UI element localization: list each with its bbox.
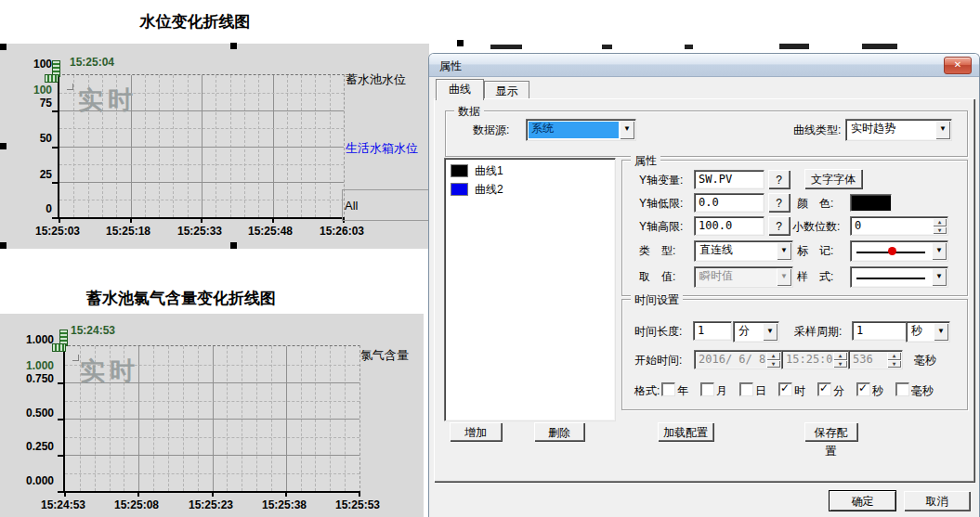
start-time-spinner: 15:25:03 ▲▼ <box>781 350 849 369</box>
chevron-down-icon[interactable]: ▼ <box>763 323 777 341</box>
y-high-help-button[interactable]: ? <box>768 216 790 235</box>
time-length-unit-combo[interactable]: 分 ▼ <box>733 321 779 343</box>
start-ms-value: 536 <box>853 353 873 366</box>
dialog-titlebar[interactable]: 属性 ✕ <box>429 54 979 77</box>
time-length-input[interactable]: 1 <box>693 321 732 341</box>
spin-down-icon[interactable]: ▼ <box>933 226 947 235</box>
format-second-checkbox[interactable] <box>856 382 870 396</box>
style-label: 样 式: <box>797 270 833 283</box>
curve-listbox[interactable]: 曲线1 曲线2 <box>444 158 616 421</box>
decimals-label: 小数位数: <box>792 220 840 233</box>
value-mode-label: 取 值: <box>639 270 675 283</box>
gridline <box>201 217 203 223</box>
gridline <box>59 200 344 200</box>
start-ms-spinner: 536 ▲▼ <box>848 350 903 369</box>
gridline <box>58 491 63 493</box>
chevron-down-icon[interactable]: ▼ <box>620 121 634 139</box>
chevron-down-icon[interactable]: ▼ <box>932 242 947 260</box>
format-second-label: 秒 <box>872 384 883 397</box>
chart2-title: 蓄水池氯气含量变化折线图 <box>0 288 362 309</box>
chart2-trend-panel[interactable]: 15:24:53 1.000 1.000 0.750 0.500 0.250 0… <box>0 314 424 517</box>
gridline <box>52 217 58 219</box>
line-type-combo[interactable]: 直连线 ▼ <box>694 240 793 262</box>
chart1-legend-item: 蓄水池水位 <box>346 71 406 88</box>
add-button[interactable]: 增加 <box>450 422 502 441</box>
chart2-legend-item: 氯气含量 <box>360 347 409 364</box>
chevron-down-icon: ▼ <box>777 268 791 286</box>
selection-handle[interactable] <box>457 40 464 46</box>
spin-up-icon[interactable]: ▲ <box>933 218 947 226</box>
load-config-button[interactable]: 加载配置 <box>658 422 713 441</box>
chart2-ytick: 0.250 <box>11 441 54 453</box>
curve-type-combo[interactable]: 实时趋势 ▼ <box>845 119 952 141</box>
gridline <box>59 182 344 183</box>
format-day-checkbox[interactable] <box>739 382 753 396</box>
selection-handle[interactable] <box>230 242 237 249</box>
y-var-help-button[interactable]: ? <box>768 170 790 188</box>
curve-list-item[interactable]: 曲线1 <box>447 162 613 180</box>
selection-handle[interactable] <box>0 44 7 50</box>
curve-type-value: 实时趋势 <box>848 122 934 138</box>
chart1-range-label[interactable]: All <box>345 199 358 213</box>
sample-period-unit-combo[interactable]: 秒 ▼ <box>906 321 950 343</box>
mark-label: 标 记: <box>797 244 833 257</box>
y-low-input[interactable]: 0.0 <box>694 193 764 213</box>
close-icon[interactable]: ✕ <box>944 57 972 74</box>
chart1-xtick: 15:25:03 <box>28 226 87 238</box>
tab-display[interactable]: 显示 <box>484 81 529 100</box>
mark-dot-gfx <box>888 247 896 255</box>
line-type-label: 类 型: <box>639 244 675 257</box>
data-source-combo[interactable]: 系统 ▼ <box>526 119 636 141</box>
occluded-text-fragment <box>602 45 612 49</box>
selection-handle[interactable] <box>0 143 7 149</box>
selection-handle[interactable] <box>0 242 7 249</box>
curve-color-swatch <box>451 164 468 177</box>
font-button[interactable]: 文字字体 <box>804 169 862 188</box>
save-config-button[interactable]: 保存配置 <box>804 422 857 441</box>
ms-label: 毫秒 <box>914 354 936 367</box>
style-combo[interactable]: ▼ <box>850 266 948 288</box>
format-year-checkbox[interactable] <box>661 382 675 396</box>
chart2-cursor-value: 1.000 <box>11 360 54 372</box>
chart1-xtick: 15:26:03 <box>312 226 372 238</box>
y-low-help-button[interactable]: ? <box>768 193 790 212</box>
curve-color-well[interactable] <box>850 194 892 212</box>
chart2-watermark: 实时 <box>80 355 139 388</box>
decimals-spinner[interactable]: 0 ▲▼ <box>850 216 948 236</box>
chart1-cursor-time: 15:25:04 <box>70 56 114 69</box>
chart1-title: 水位变化折线图 <box>0 11 390 32</box>
y-var-label: Y轴变量: <box>639 174 683 187</box>
y-var-input[interactable]: SW.PV <box>694 170 764 189</box>
chart2-xtick: 15:25:23 <box>181 499 241 511</box>
chart2-ytick: 0.000 <box>11 475 54 487</box>
decimals-value: 0 <box>855 219 861 232</box>
gridline <box>65 455 359 456</box>
format-hour-checkbox[interactable] <box>778 382 792 396</box>
sample-period-input[interactable]: 1 <box>852 321 907 341</box>
cancel-button[interactable]: 取消 <box>904 491 970 511</box>
ok-button[interactable]: 确定 <box>830 491 895 511</box>
chart1-trend-panel[interactable]: 15:25:04 100 100 75 50 25 0 实时 15:25:03 … <box>0 44 429 249</box>
chevron-down-icon[interactable]: ▼ <box>934 323 948 341</box>
chevron-down-icon[interactable]: ▼ <box>777 242 791 260</box>
chevron-down-icon[interactable]: ▼ <box>935 121 950 139</box>
format-minute-checkbox[interactable] <box>817 382 831 396</box>
properties-dialog: 属性 ✕ 曲线 显示 数据 数据源: 系统 ▼ 曲线类型: 实时趋势 ▼ <box>428 53 980 517</box>
start-time-value: 15:25:03 <box>786 353 840 366</box>
mark-combo[interactable]: ▼ <box>850 240 948 262</box>
y-high-input[interactable]: 100.0 <box>694 216 764 236</box>
curve-name: 曲线1 <box>475 163 503 179</box>
delete-button[interactable]: 删除 <box>534 422 584 441</box>
tab-curve[interactable]: 曲线 <box>436 79 484 100</box>
format-month-checkbox[interactable] <box>700 382 714 396</box>
gridline <box>59 217 60 223</box>
plot-corner-mark <box>67 84 73 90</box>
chart2-ytick: 1.000 <box>11 334 54 346</box>
format-ms-checkbox[interactable] <box>895 382 909 396</box>
chevron-down-icon[interactable]: ▼ <box>932 268 947 286</box>
occluded-text-fragment <box>685 45 693 49</box>
curve-list-item[interactable]: 曲线2 <box>447 180 613 199</box>
selection-handle[interactable] <box>230 43 237 49</box>
plot-corner-mark <box>72 355 79 361</box>
spin-up-icon: ▲ <box>887 352 901 360</box>
